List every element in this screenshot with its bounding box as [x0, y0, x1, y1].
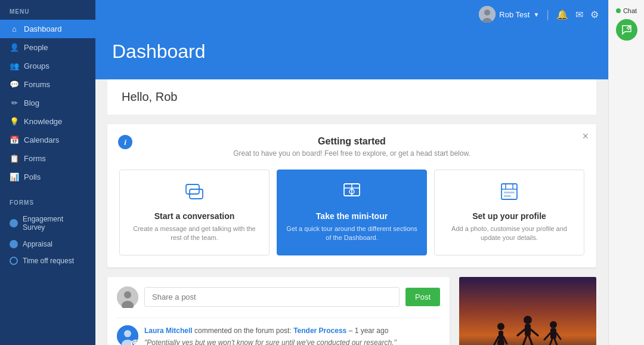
sidebar-calendars-label: Calendars [24, 135, 59, 144]
forms-icon: 📋 [10, 154, 19, 163]
profile-desc: Add a photo, customise your profile and … [442, 224, 577, 243]
avatar [479, 6, 496, 23]
svg-point-29 [524, 316, 532, 324]
top-header: Rob Test ▼ | 🔔 ✉ ⚙ [95, 0, 608, 29]
activity-time: – [349, 326, 355, 335]
profile-title: Set up your profile [442, 211, 577, 221]
post-avatar [117, 287, 138, 308]
sidebar-groups-label: Groups [24, 61, 49, 70]
svg-point-19 [124, 330, 131, 337]
post-button[interactable]: Post [405, 288, 440, 306]
settings-icon[interactable]: ⚙ [590, 9, 599, 20]
post-input[interactable] [144, 287, 400, 307]
sidebar-item-dashboard[interactable]: ⌂ Dashboard [0, 20, 95, 38]
sidebar-item-knowledge[interactable]: 💡 Knowledge [0, 112, 95, 131]
sidebar-blog-label: Blog [24, 98, 39, 107]
gs-option-profile[interactable]: Set up your profile Add a photo, customi… [434, 170, 584, 255]
sidebar-form-engagement[interactable]: Engagement Survey [0, 211, 95, 236]
svg-rect-36 [550, 328, 556, 339]
svg-point-24 [497, 323, 504, 330]
sidebar-item-forms[interactable]: 📋 Forms [0, 149, 95, 168]
sidebar-item-polls[interactable]: 📊 Polls [0, 168, 95, 186]
conversation-desc: Create a message and get talking with th… [127, 224, 262, 243]
svg-point-35 [550, 321, 557, 328]
sidebar-knowledge-label: Knowledge [24, 117, 62, 126]
time-off-dot [10, 257, 18, 265]
gs-options: Start a conversation Create a message an… [119, 170, 584, 255]
activity-user-link[interactable]: Laura Mitchell [144, 326, 193, 335]
activity-text: Laura Mitchell commented on the forum po… [144, 325, 440, 336]
chat-text: Chat [623, 7, 637, 14]
image-section [459, 277, 596, 345]
conversation-icon [127, 182, 262, 205]
sidebar-forms-label: Forms [24, 154, 46, 163]
sidebar-item-calendars[interactable]: 📅 Calendars [0, 131, 95, 149]
tour-desc: Get a quick tour around the different se… [284, 224, 419, 243]
main-wrapper: Rob Test ▼ | 🔔 ✉ ⚙ Dashboard Hello, Rob … [95, 0, 608, 345]
gs-option-tour[interactable]: Take the mini-tour Get a quick tour arou… [277, 170, 427, 255]
sidebar-item-blog[interactable]: ✏ Blog [0, 94, 95, 112]
menu-label: MENU [0, 0, 95, 20]
activity-action: commented on the forum post: [194, 326, 293, 335]
user-menu[interactable]: Rob Test ▼ [479, 6, 539, 23]
sidebar-item-forums[interactable]: 💬 Forums [0, 75, 95, 94]
sidebar-item-groups[interactable]: 👥 Groups [0, 57, 95, 75]
svg-rect-14 [504, 195, 511, 197]
tour-icon [284, 182, 419, 205]
notifications-icon[interactable]: 🔔 [556, 9, 568, 20]
engagement-dot [10, 219, 18, 227]
groups-icon: 👥 [10, 61, 19, 70]
greeting-text: Hello, Rob [122, 90, 177, 103]
post-input-row: Post [117, 287, 440, 308]
appraisal-dot [10, 240, 18, 248]
conversation-title: Start a conversation [127, 211, 262, 221]
svg-point-16 [124, 291, 131, 298]
getting-started-card: i ✕ Getting started Great to have you on… [107, 124, 596, 267]
svg-rect-13 [504, 192, 515, 193]
content-area: Hello, Rob i ✕ Getting started Great to … [95, 79, 608, 345]
banner-image [459, 277, 596, 345]
time-off-label: Time off request [23, 257, 74, 265]
people-icon: 👤 [10, 43, 19, 52]
activity-quote: "Potentially yes but we won't know for s… [144, 338, 440, 345]
appraisal-label: Appraisal [23, 240, 52, 248]
polls-icon: 📊 [10, 172, 19, 181]
gs-title: Getting started [119, 136, 584, 147]
chat-label: Chat [616, 7, 637, 14]
bottom-row: Post 💬 Lau [107, 277, 596, 345]
sidebar-polls-label: Polls [24, 172, 41, 181]
info-badge: i [118, 135, 132, 149]
activity-content: Laura Mitchell commented on the forum po… [144, 325, 440, 345]
sidebar-dashboard-label: Dashboard [24, 24, 62, 33]
activity-post-link[interactable]: Tender Process [293, 326, 346, 335]
sidebar-people-label: People [24, 43, 48, 52]
chat-online-dot [616, 8, 621, 13]
hello-card: Hello, Rob [107, 79, 596, 115]
knowledge-icon: 💡 [10, 117, 19, 126]
svg-rect-30 [525, 324, 531, 336]
blog-icon: ✏ [10, 98, 19, 107]
activity-avatar: 💬 [117, 325, 138, 345]
gs-subtitle: Great to have you on board! Feel free to… [119, 149, 584, 158]
activity-item: 💬 Laura Mitchell commented on the forum … [117, 318, 440, 345]
sidebar-item-people[interactable]: 👤 People [0, 38, 95, 57]
page-title: Dashboard [112, 41, 592, 63]
calendars-icon: 📅 [10, 135, 19, 144]
sidebar: MENU ⌂ Dashboard 👤 People 👥 Groups 💬 For… [0, 0, 95, 345]
chat-compose-button[interactable] [616, 19, 637, 41]
forms-section-label: FORMS [0, 191, 95, 211]
sidebar-forums-label: Forums [24, 80, 50, 89]
forums-icon: 💬 [10, 80, 19, 89]
svg-rect-23 [499, 331, 503, 341]
gs-option-conversation[interactable]: Start a conversation Create a message an… [119, 170, 270, 255]
mail-icon[interactable]: ✉ [575, 9, 583, 20]
close-button[interactable]: ✕ [582, 131, 589, 141]
chat-panel: Chat [608, 0, 644, 345]
profile-icon [442, 182, 577, 205]
username-label: Rob Test [499, 10, 530, 19]
sidebar-form-appraisal[interactable]: Appraisal [0, 236, 95, 252]
activity-time-ago: 1 year ago [355, 326, 389, 335]
engagement-label: Engagement Survey [23, 215, 86, 232]
sidebar-form-time-off[interactable]: Time off request [0, 252, 95, 269]
svg-point-1 [484, 10, 490, 16]
